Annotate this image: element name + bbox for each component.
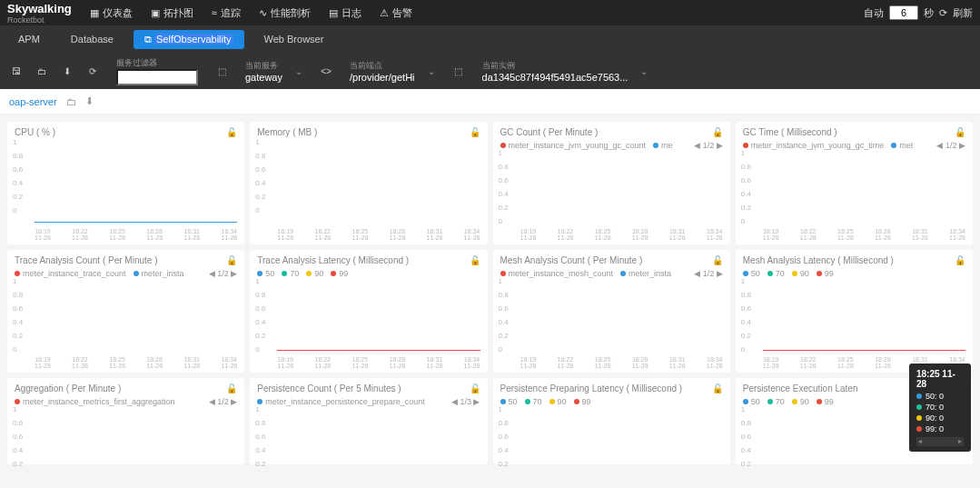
- tabbar: APM Database ⧉ SelfObservability Web Bro…: [0, 25, 980, 53]
- legend: 50709099: [743, 269, 965, 278]
- seconds-input[interactable]: [889, 5, 918, 20]
- pager[interactable]: ◀ 1/2 ▶: [209, 269, 238, 278]
- pager[interactable]: ◀ 1/2 ▶: [694, 269, 723, 278]
- panel-title-text: Persistence Preparing Latency ( Millisec…: [500, 383, 683, 393]
- service-filter-input[interactable]: [116, 69, 198, 85]
- nav-trace[interactable]: ≈ 追踪: [212, 6, 241, 20]
- panel-title-text: Memory ( MB ): [257, 127, 317, 137]
- lock-icon[interactable]: 🔓: [470, 255, 480, 265]
- nav-profile[interactable]: ∿ 性能剖析: [259, 6, 311, 20]
- chart-panel: Trace Analysis Latency ( Millisecond )🔓5…: [250, 250, 487, 373]
- refresh-icon[interactable]: ⟳: [939, 7, 947, 19]
- chart-panel: Persistence Preparing Latency ( Millisec…: [493, 378, 730, 464]
- panel-title-text: Persistence Execution Laten: [743, 383, 858, 393]
- subbar-oap-server[interactable]: oap-server: [9, 96, 57, 107]
- refresh-label[interactable]: 刷新: [953, 6, 973, 20]
- panel-title-text: Aggregation ( Per Minute ): [15, 383, 121, 393]
- lock-icon[interactable]: 🔓: [470, 383, 480, 393]
- chart-panel: Memory ( MB )🔓10.80.60.40.2018:1911-2818…: [250, 122, 487, 244]
- current-endpoint[interactable]: 当前端点 /provider/getHi ⌄: [342, 60, 442, 83]
- nav-log[interactable]: ▤ 日志: [329, 6, 361, 20]
- lock-icon[interactable]: 🔓: [712, 127, 723, 137]
- current-instance[interactable]: 当前实例 da1345c87f494f5491ac5e7563... ⌄: [475, 60, 656, 83]
- topbar: Skywalking Rocketbot ▦ 仪表盘 ▣ 拓扑图 ≈ 追踪 ∿ …: [0, 0, 980, 25]
- panel-title-text: Mesh Analysis Latency ( Millisecond ): [743, 255, 894, 265]
- pager[interactable]: ◀ 1/2 ▶: [694, 141, 723, 150]
- legend: 50709099: [500, 397, 723, 406]
- lock-icon[interactable]: 🔓: [712, 383, 723, 393]
- chart-panel: Aggregation ( Per Minute )🔓meter_instanc…: [7, 378, 244, 464]
- legend: meter_instance_trace_countmeter_insta◀ 1…: [15, 269, 237, 278]
- cube-icon: ⬚: [213, 62, 231, 80]
- legend: meter_instance_metrics_first_aggregation…: [15, 397, 237, 406]
- logo: Skywalking Rocketbot: [7, 2, 72, 25]
- tab-webbrowser[interactable]: Web Browser: [253, 30, 335, 48]
- download-icon[interactable]: ⬇: [85, 95, 94, 107]
- legend: meter_instance_persistence_prepare_count…: [257, 397, 480, 406]
- panel-title-text: GC Count ( Per Minute ): [500, 127, 599, 137]
- legend: 50709099: [257, 269, 480, 278]
- lock-icon[interactable]: 🔓: [226, 255, 237, 265]
- instance-icon: ⬚: [450, 62, 468, 80]
- legend: meter_instance_mesh_countmeter_insta◀ 1/…: [500, 269, 723, 278]
- auto-label: 自动: [864, 6, 884, 20]
- current-service[interactable]: 当前服务 gateway ⌄: [238, 60, 310, 83]
- service-filter: 服务过滤器: [109, 57, 205, 85]
- chart-panel: Trace Analysis Count ( Per Minute )🔓mete…: [7, 250, 244, 373]
- nav-items: ▦ 仪表盘 ▣ 拓扑图 ≈ 追踪 ∿ 性能剖析 ▤ 日志 ⚠ 告警: [90, 6, 412, 20]
- pager[interactable]: ◀ 1/2 ▶: [209, 397, 238, 406]
- panels-grid: CPU ( % )🔓10.80.60.40.2018:1911-2818:221…: [0, 115, 980, 472]
- tab-apm[interactable]: APM: [7, 30, 51, 48]
- reload-icon[interactable]: ⟳: [84, 62, 102, 80]
- panel-title-text: CPU ( % ): [15, 127, 55, 137]
- folder-icon[interactable]: 🗀: [33, 62, 51, 80]
- pager[interactable]: ◀ 1/3 ▶: [451, 397, 480, 406]
- panel-title-text: Trace Analysis Latency ( Millisecond ): [257, 255, 409, 265]
- lock-icon[interactable]: 🔓: [226, 383, 237, 393]
- tab-database[interactable]: Database: [60, 30, 124, 48]
- tab-selfobservability[interactable]: ⧉ SelfObservability: [134, 30, 244, 49]
- chart-panel: GC Count ( Per Minute )🔓meter_instance_j…: [493, 122, 730, 244]
- legend: meter_instance_jvm_young_gc_countme◀ 1/2…: [500, 141, 723, 150]
- subbar: oap-server 🗀 ⬇: [0, 89, 980, 115]
- chart-panel: GC Time ( Millisecond )🔓meter_instance_j…: [736, 122, 973, 244]
- lock-icon[interactable]: 🔓: [226, 127, 237, 137]
- seconds-label: 秒: [924, 6, 934, 20]
- folder-icon[interactable]: 🗀: [66, 96, 76, 107]
- panel-title-text: Trace Analysis Count ( Per Minute ): [15, 255, 157, 265]
- save-icon[interactable]: 🖫: [7, 62, 25, 80]
- lock-icon[interactable]: 🔓: [470, 127, 480, 137]
- chevron-down-icon: ⌄: [428, 66, 435, 76]
- lock-icon[interactable]: 🔓: [955, 255, 965, 265]
- legend: meter_instance_jvm_young_gc_timemet◀ 1/2…: [743, 141, 965, 150]
- chart-panel: Mesh Analysis Count ( Per Minute )🔓meter…: [493, 250, 730, 373]
- panel-title-text: Persistence Count ( Per 5 Minutes ): [257, 383, 401, 393]
- panel-title-text: GC Time ( Millisecond ): [743, 127, 837, 137]
- nav-topology[interactable]: ▣ 拓扑图: [151, 6, 193, 20]
- chevron-down-icon: ⌄: [640, 66, 648, 76]
- lock-icon[interactable]: 🔓: [712, 255, 723, 265]
- nav-dashboard[interactable]: ▦ 仪表盘: [90, 6, 133, 20]
- chart-panel: Persistence Count ( Per 5 Minutes )🔓mete…: [250, 378, 487, 464]
- endpoint-icon: <>: [317, 62, 335, 80]
- pager[interactable]: ◀ 1/2 ▶: [936, 141, 965, 150]
- chart-tooltip: 18:25 11-28 50: 070: 090: 099: 0 ◂▸: [909, 364, 971, 452]
- download-icon[interactable]: ⬇: [58, 62, 76, 80]
- chevron-down-icon: ⌄: [295, 66, 302, 76]
- chart-panel: Mesh Analysis Latency ( Millisecond )🔓50…: [736, 250, 973, 373]
- lock-icon[interactable]: 🔓: [955, 127, 965, 137]
- nav-alarm[interactable]: ⚠ 告警: [380, 6, 412, 20]
- chart-panel: CPU ( % )🔓10.80.60.40.2018:1911-2818:221…: [7, 122, 244, 244]
- filterbar: 🖫 🗀 ⬇ ⟳ 服务过滤器 ⬚ 当前服务 gateway ⌄ <> 当前端点 /…: [0, 53, 980, 89]
- panel-title-text: Mesh Analysis Count ( Per Minute ): [500, 255, 643, 265]
